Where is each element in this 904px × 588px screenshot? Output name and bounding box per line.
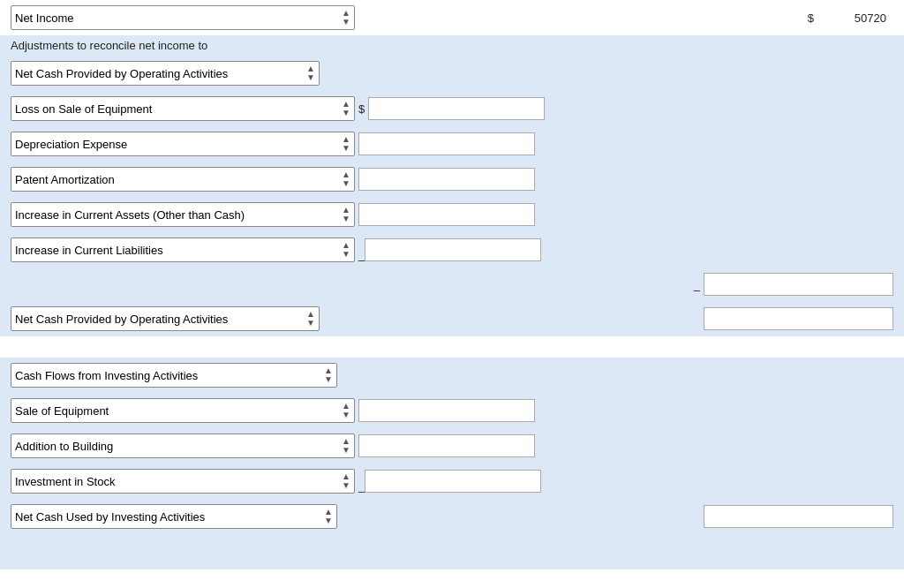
net-income-value-block: $ 50720 — [804, 11, 893, 25]
loss-sale-dollar: $ — [358, 102, 365, 116]
investment-stock-arrows: ▲▼ — [342, 472, 350, 490]
net-cash-operating-arrows: ▲▼ — [306, 310, 315, 328]
patent-row: Patent Amortization ▲▼ — [0, 162, 904, 197]
net-cash-operating-dropdown[interactable]: Net Cash Provided by Operating Activitie… — [15, 313, 305, 326]
net-income-arrows: ▲▼ — [342, 9, 350, 26]
increase-assets-arrows: ▲▼ — [342, 206, 350, 223]
increase-liabilities-select[interactable]: Increase in Current Liabilities ▲▼ — [11, 237, 355, 262]
addition-building-input[interactable] — [358, 434, 535, 457]
increase-assets-dropdown[interactable]: Increase in Current Assets (Other than C… — [15, 208, 340, 222]
main-container: Net Income ▲▼ $ 50720 Adjustments to rec… — [0, 0, 904, 588]
operating-header-dropdown[interactable]: Net Cash Provided by Operating Activitie… — [15, 67, 305, 80]
net-income-dropdown[interactable]: Net Income — [15, 11, 340, 25]
addition-building-dropdown[interactable]: Addition to Building — [15, 440, 340, 453]
operating-header-arrows: ▲▼ — [306, 64, 315, 82]
net-cash-operating-input[interactable] — [704, 307, 893, 330]
net-income-row: Net Income ▲▼ $ 50720 — [0, 0, 904, 35]
operating-header-select[interactable]: Net Cash Provided by Operating Activitie… — [11, 61, 320, 86]
net-cash-investing-select[interactable]: Net Cash Used by Investing Activities ▲▼ — [11, 504, 337, 529]
increase-assets-row: Increase in Current Assets (Other than C… — [0, 197, 904, 232]
increase-liabilities-dropdown[interactable]: Increase in Current Liabilities — [15, 244, 340, 257]
depreciation-row: Depreciation Expense ▲▼ — [0, 126, 904, 162]
net-cash-investing-row: Net Cash Used by Investing Activities ▲▼ — [0, 499, 904, 534]
loss-sale-dropdown[interactable]: Loss on Sale of Equipment — [15, 102, 340, 116]
subtotal-input[interactable] — [704, 273, 893, 296]
cash-flows-investing-select[interactable]: Cash Flows from Investing Activities ▲▼ — [11, 363, 337, 388]
loss-sale-row: Loss on Sale of Equipment ▲▼ $ — [0, 91, 904, 126]
increase-assets-select[interactable]: Increase in Current Assets (Other than C… — [11, 202, 355, 227]
addition-building-arrows: ▲▼ — [342, 437, 350, 455]
depreciation-input[interactable] — [358, 132, 535, 155]
bottom-gap — [0, 534, 904, 569]
net-cash-operating-select[interactable]: Net Cash Provided by Operating Activitie… — [11, 306, 320, 331]
cash-flows-investing-arrows: ▲▼ — [324, 366, 333, 384]
loss-sale-input[interactable] — [368, 97, 545, 120]
net-cash-investing-dropdown[interactable]: Net Cash Used by Investing Activities — [15, 510, 322, 524]
depreciation-arrows: ▲▼ — [342, 135, 350, 153]
net-income-select[interactable]: Net Income ▲▼ — [11, 5, 355, 30]
investment-stock-dropdown[interactable]: Investment in Stock — [15, 475, 340, 488]
patent-select[interactable]: Patent Amortization ▲▼ — [11, 167, 355, 192]
loss-sale-arrows: ▲▼ — [342, 100, 350, 117]
net-cash-investing-input[interactable] — [704, 505, 893, 528]
increase-liabilities-row: Increase in Current Liabilities ▲▼ _ — [0, 232, 904, 268]
sale-equipment-row: Sale of Equipment ▲▼ — [0, 393, 904, 428]
sale-equipment-input[interactable] — [358, 399, 535, 422]
gap1 — [0, 336, 904, 358]
adjustments-label: Adjustments to reconcile net income to — [0, 35, 904, 56]
cash-flows-investing-dropdown[interactable]: Cash Flows from Investing Activities — [15, 369, 322, 382]
cash-flows-investing-row: Cash Flows from Investing Activities ▲▼ — [0, 358, 904, 393]
investment-stock-row: Investment in Stock ▲▼ _ — [0, 464, 904, 499]
sale-equipment-dropdown[interactable]: Sale of Equipment — [15, 404, 340, 418]
net-income-number: 50720 — [823, 11, 893, 25]
increase-assets-input[interactable] — [358, 203, 535, 226]
sale-equipment-arrows: ▲▼ — [342, 402, 350, 419]
loss-sale-select[interactable]: Loss on Sale of Equipment ▲▼ — [11, 96, 355, 121]
patent-arrows: ▲▼ — [342, 170, 350, 188]
net-income-dollar: $ — [808, 11, 814, 25]
addition-building-row: Addition to Building ▲▼ — [0, 428, 904, 464]
subtotal-row: _ — [0, 268, 904, 301]
sale-equipment-select[interactable]: Sale of Equipment ▲▼ — [11, 398, 355, 423]
net-cash-operating-row: Net Cash Provided by Operating Activitie… — [0, 301, 904, 336]
net-cash-investing-arrows: ▲▼ — [324, 508, 333, 525]
operating-header-row: Net Cash Provided by Operating Activitie… — [0, 56, 904, 91]
patent-dropdown[interactable]: Patent Amortization — [15, 173, 340, 186]
patent-input[interactable] — [358, 168, 535, 191]
investment-stock-input[interactable] — [365, 470, 541, 493]
increase-liabilities-arrows: ▲▼ — [342, 241, 350, 259]
addition-building-select[interactable]: Addition to Building ▲▼ — [11, 433, 355, 458]
depreciation-dropdown[interactable]: Depreciation Expense — [15, 138, 340, 151]
depreciation-select[interactable]: Depreciation Expense ▲▼ — [11, 132, 355, 156]
investment-stock-select[interactable]: Investment in Stock ▲▼ — [11, 469, 355, 494]
increase-liabilities-input[interactable] — [365, 238, 541, 261]
